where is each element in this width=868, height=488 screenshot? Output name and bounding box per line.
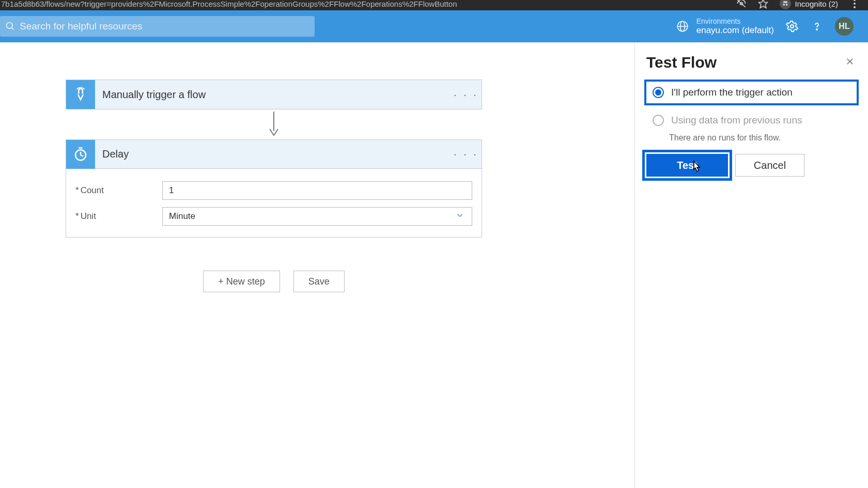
browser-controls: Incognito (2) <box>736 0 864 9</box>
browser-url: 7b1a5d8b63/flows/new?trigger=providers%2… <box>0 0 736 8</box>
incognito-indicator[interactable]: Incognito (2) <box>780 0 838 9</box>
trigger-title: Manually trigger a flow <box>95 89 451 101</box>
delay-clock-icon <box>66 140 95 169</box>
trigger-more-menu[interactable]: · · · <box>451 89 482 101</box>
count-input[interactable] <box>162 181 472 200</box>
svg-marker-2 <box>758 0 767 8</box>
bookmark-star-icon[interactable] <box>758 0 768 9</box>
test-button[interactable]: Test <box>646 154 728 177</box>
radio-icon <box>653 115 664 126</box>
unit-select[interactable]: Minute <box>162 207 472 226</box>
cancel-button[interactable]: Cancel <box>735 154 804 177</box>
unit-value: Minute <box>169 211 195 222</box>
search-box[interactable] <box>0 16 315 37</box>
settings-gear-icon[interactable] <box>785 20 799 33</box>
test-flow-panel: Test Flow I'll perform the trigger actio… <box>634 42 868 488</box>
delay-title: Delay <box>95 148 451 160</box>
environment-label: Environments <box>696 17 774 25</box>
flow-trigger-card[interactable]: Manually trigger a flow · · · <box>66 80 482 109</box>
chevron-down-icon <box>455 211 464 223</box>
app-header: Environments enayu.com (default) HL <box>0 10 868 42</box>
delay-more-menu[interactable]: · · · <box>451 148 482 160</box>
radio-previous-label: Using data from previous runs <box>671 115 802 126</box>
environment-picker[interactable]: Environments enayu.com (default) <box>676 17 774 36</box>
svg-line-15 <box>81 155 83 156</box>
tracking-icon[interactable] <box>736 0 747 9</box>
panel-close-button[interactable] <box>843 54 857 71</box>
browser-address-bar: 7b1a5d8b63/flows/new?trigger=providers%2… <box>0 0 868 10</box>
environment-name: enayu.com (default) <box>696 25 774 36</box>
count-label: *Count <box>75 185 162 196</box>
panel-title: Test Flow <box>646 54 717 71</box>
svg-point-10 <box>791 25 794 28</box>
unit-label: *Unit <box>75 211 162 222</box>
svg-line-6 <box>12 28 14 30</box>
flow-delay-card[interactable]: Delay · · · *Count *Unit Minute <box>66 139 482 238</box>
svg-point-11 <box>816 29 817 30</box>
radio-previous-runs: Using data from previous runs <box>646 109 857 131</box>
svg-point-3 <box>783 4 785 6</box>
flow-connector-arrow <box>268 109 280 139</box>
globe-icon <box>676 20 689 33</box>
help-icon[interactable] <box>810 20 824 33</box>
radio-manual-trigger[interactable]: I'll perform the trigger action <box>646 82 857 103</box>
radio-manual-label: I'll perform the trigger action <box>671 87 793 98</box>
svg-point-4 <box>785 4 787 6</box>
incognito-icon <box>780 0 791 9</box>
incognito-label: Incognito (2) <box>795 0 838 8</box>
user-avatar[interactable]: HL <box>835 17 854 36</box>
search-icon <box>5 21 16 32</box>
trigger-tap-icon <box>66 80 95 109</box>
save-button[interactable]: Save <box>293 271 345 292</box>
svg-point-5 <box>7 23 13 29</box>
radio-icon <box>653 87 664 98</box>
no-runs-message: There are no runs for this flow. <box>646 133 857 143</box>
browser-menu-icon[interactable] <box>849 0 860 9</box>
new-step-button[interactable]: + New step <box>203 271 280 292</box>
search-input[interactable] <box>16 21 309 32</box>
